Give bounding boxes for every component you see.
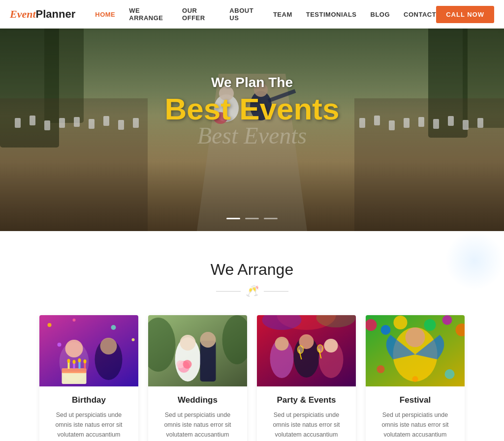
hero-title: Best Events (165, 92, 340, 126)
card-birthday: Birthday Sed ut perspiciatis unde omnis … (39, 315, 138, 441)
hero-subtitle: We Plan The (165, 75, 340, 90)
hero-section: We Plan The Best Events Best Events (0, 0, 504, 231)
svg-rect-45 (68, 362, 70, 369)
festival-card-body: Festival Sed ut perspiciatis unde omnis … (366, 386, 465, 441)
hero-dot-2[interactable] (245, 218, 259, 219)
svg-point-34 (48, 323, 52, 327)
hero-dots (226, 218, 278, 219)
nav-our-offer[interactable]: OUR OFFER (182, 7, 216, 22)
svg-point-85 (406, 327, 425, 347)
card-festival: Festival Sed ut perspiciatis unde omnis … (366, 315, 465, 441)
svg-point-86 (377, 365, 385, 373)
hero-dot-3[interactable] (264, 218, 278, 219)
section-title: We Arrange (30, 261, 474, 279)
divider-line-right (264, 291, 288, 292)
birthday-image (39, 315, 138, 386)
hero-dot-1[interactable] (226, 218, 240, 219)
nav-we-arrange[interactable]: WE ARRANGE (129, 7, 168, 22)
nav-contact[interactable]: CONTACT (404, 11, 436, 18)
svg-point-37 (132, 338, 135, 341)
logo-planner: Planner (36, 8, 76, 21)
svg-point-40 (65, 340, 83, 357)
svg-point-80 (394, 316, 408, 329)
svg-point-36 (111, 325, 116, 330)
weddings-image (148, 315, 247, 386)
nav-links: HOME WE ARRANGE OUR OFFER ABOUT US TEAM … (95, 7, 436, 22)
champagne-icon: 🥂 (246, 285, 259, 297)
weddings-title: Weddings (156, 395, 239, 405)
cards-grid: Birthday Sed ut perspiciatis unde omnis … (30, 315, 474, 441)
weddings-text: Sed ut perspiciatis unde omnis iste natu… (156, 410, 239, 441)
svg-point-51 (78, 358, 81, 362)
svg-point-62 (183, 360, 192, 369)
svg-point-74 (298, 346, 304, 353)
birthday-title: Birthday (47, 395, 130, 405)
svg-point-57 (180, 335, 196, 351)
svg-point-38 (58, 343, 62, 347)
svg-point-72 (324, 339, 338, 353)
svg-rect-44 (62, 368, 87, 373)
svg-point-81 (424, 319, 436, 331)
hero-watermark: Best Events (165, 122, 340, 149)
svg-point-35 (73, 319, 76, 322)
birthday-text: Sed ut perspiciatis unde omnis iste natu… (47, 410, 130, 441)
festival-title: Festival (374, 395, 457, 405)
svg-point-82 (442, 315, 452, 325)
arrange-section: We Arrange 🥂 (0, 231, 504, 441)
svg-point-79 (381, 325, 391, 335)
svg-point-49 (67, 359, 70, 363)
festival-image (366, 315, 465, 386)
svg-point-76 (317, 345, 323, 353)
svg-point-50 (73, 360, 76, 364)
section-divider: 🥂 (30, 285, 474, 297)
birthday-card-body: Birthday Sed ut perspiciatis unde omnis … (39, 386, 138, 441)
party-image (257, 315, 356, 386)
weddings-card-body: Weddings Sed ut perspiciatis unde omnis … (148, 386, 247, 441)
nav-home[interactable]: HOME (95, 11, 115, 18)
party-text: Sed ut perspiciatis unde omnis iste natu… (265, 410, 348, 441)
card-weddings: Weddings Sed ut perspiciatis unde omnis … (148, 315, 247, 441)
svg-point-59 (200, 332, 216, 348)
call-now-button[interactable]: CALL NOW (436, 6, 494, 23)
festival-text: Sed ut perspiciatis unde omnis iste natu… (374, 410, 457, 441)
svg-rect-33 (39, 315, 138, 386)
svg-point-68 (275, 337, 289, 351)
svg-rect-47 (79, 361, 81, 369)
hero-content: We Plan The Best Events Best Events (165, 75, 340, 149)
logo-event: Event (10, 8, 36, 21)
nav-team[interactable]: TEAM (273, 11, 292, 18)
divider-line-left (216, 291, 241, 292)
card-party: Party & Events Sed ut perspiciatis unde … (257, 315, 356, 441)
svg-point-88 (412, 376, 418, 382)
navbar: Event Planner HOME WE ARRANGE OUR OFFER … (0, 0, 504, 29)
nav-testimonials[interactable]: TESTIMONIALS (306, 11, 357, 18)
logo[interactable]: Event Planner (10, 8, 75, 21)
party-title: Party & Events (265, 395, 348, 405)
party-card-body: Party & Events Sed ut perspiciatis unde … (257, 386, 356, 441)
nav-blog[interactable]: BLOG (371, 11, 390, 18)
svg-point-42 (100, 338, 117, 354)
nav-about-us[interactable]: ABOUT US (229, 7, 259, 22)
svg-rect-43 (62, 372, 87, 384)
svg-point-52 (84, 359, 87, 363)
svg-point-87 (445, 369, 455, 379)
